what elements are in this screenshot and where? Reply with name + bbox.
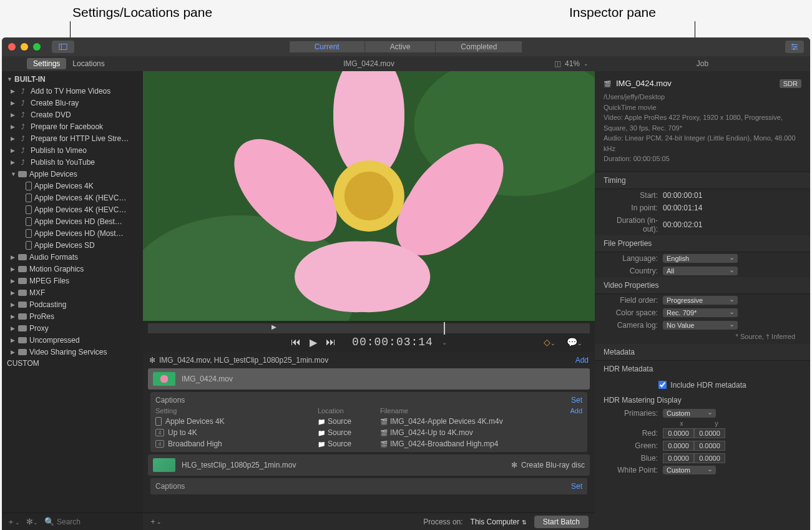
- sidebar-item[interactable]: MPEG Files: [2, 275, 143, 287]
- captions-set-button[interactable]: Set: [571, 482, 582, 491]
- inspector-title: IMG_0424.mov: [616, 79, 672, 88]
- zoom-window-button[interactable]: [33, 43, 41, 51]
- job-row-2[interactable]: HLG_testClip_1080p25_1min.mov ✻Create Bl…: [148, 454, 590, 476]
- sidebar-item[interactable]: Proxy: [2, 322, 143, 334]
- label: Green:: [604, 441, 663, 450]
- in-point-marker[interactable]: ▶: [271, 323, 276, 333]
- add-button[interactable]: ＋⌄: [7, 516, 20, 528]
- blue-x-input[interactable]: [663, 453, 694, 463]
- red-x-input[interactable]: [663, 428, 694, 438]
- color-space-select[interactable]: Rec. 709*: [663, 308, 738, 317]
- primaries-select[interactable]: Custom: [663, 409, 716, 418]
- settings-tab[interactable]: Settings: [27, 58, 66, 69]
- sidebar-item[interactable]: Create DVD: [2, 109, 143, 120]
- locations-tab[interactable]: Locations: [66, 58, 110, 69]
- camera-log-select[interactable]: No Value: [663, 321, 738, 330]
- close-window-button[interactable]: [8, 43, 16, 51]
- action-button[interactable]: ✻⌄: [26, 517, 38, 526]
- sidebar-item[interactable]: Create Blu-ray: [2, 97, 143, 109]
- search-box[interactable]: 🔍: [44, 517, 138, 526]
- compare-icon[interactable]: ◫: [554, 59, 561, 68]
- custom-group[interactable]: CUSTOM: [2, 358, 143, 369]
- sidebar-item[interactable]: Apple Devices 4K: [2, 180, 143, 192]
- batch-title: IMG_0424.mov, HLG_testClip_1080p25_1min.…: [159, 356, 328, 365]
- sidebar-item[interactable]: Prepare for Facebook: [2, 120, 143, 132]
- job-filename: IMG_0424.mov: [182, 375, 233, 383]
- green-x-input[interactable]: [663, 441, 694, 451]
- sidebar-item[interactable]: Motion Graphics: [2, 263, 143, 275]
- sidebar-item[interactable]: Apple Devices HD (Best…: [2, 215, 143, 227]
- batch-area: ✻ IMG_0424.mov, HLG_testClip_1080p25_1mi…: [143, 352, 595, 530]
- minimize-window-button[interactable]: [21, 43, 28, 51]
- label: Red:: [604, 429, 663, 438]
- timecode-display[interactable]: 00:00:03:14: [352, 336, 433, 348]
- sidebar-item[interactable]: MXF: [2, 287, 143, 298]
- output-row[interactable]: 4Broadband HighSourceIMG_0424-Broadband …: [155, 438, 582, 449]
- tab-active[interactable]: Active: [365, 41, 436, 52]
- sidebar-footer: ＋⌄ ✻⌄ 🔍: [2, 513, 143, 530]
- tab-current[interactable]: Current: [290, 41, 365, 52]
- output-row[interactable]: 4Up to 4KSourceIMG_0424-Up to 4K.mov: [155, 427, 582, 438]
- preset-icon: [18, 290, 27, 296]
- prev-button[interactable]: ⏮: [291, 336, 301, 348]
- sidebar-item[interactable]: Apple Devices 4K (HEVC…: [2, 204, 143, 215]
- sidebar-item[interactable]: Podcasting: [2, 298, 143, 310]
- sidebar-item[interactable]: Apple Devices 4K (HEVC…: [2, 192, 143, 204]
- titlebar: Current Active Completed: [2, 37, 810, 56]
- batch-add-button[interactable]: ＋⌄: [149, 516, 162, 527]
- include-hdr-checkbox[interactable]: [658, 381, 667, 389]
- marker-button[interactable]: ◇⌄: [544, 337, 555, 347]
- settings-add-button[interactable]: Add: [570, 407, 582, 415]
- inspector-audio-info: Audio: Linear PCM, 24-bit Integer (Littl…: [604, 133, 801, 154]
- next-button[interactable]: ⏭: [326, 336, 336, 348]
- batch-add-button[interactable]: Add: [575, 356, 589, 365]
- playhead[interactable]: [444, 322, 445, 335]
- sidebar-toggle-button[interactable]: [52, 41, 74, 53]
- timecode-menu[interactable]: ⌄: [442, 339, 447, 346]
- field-order-select[interactable]: Progressive: [663, 296, 738, 305]
- start-batch-button[interactable]: Start Batch: [534, 516, 589, 528]
- scrubber[interactable]: ▶: [148, 323, 590, 333]
- sidebar-item[interactable]: Publish to Vimeo: [2, 144, 143, 156]
- batch-gear-icon[interactable]: ✻: [149, 356, 155, 365]
- red-y-input[interactable]: [694, 428, 725, 438]
- job-filename: HLG_testClip_1080p25_1min.mov: [182, 461, 296, 469]
- builtin-group[interactable]: BUILT-IN: [2, 74, 143, 85]
- sidebar-item-apple-devices[interactable]: Apple Devices: [2, 168, 143, 180]
- preview-viewer[interactable]: [143, 71, 595, 321]
- include-hdr-label: Include HDR metadata: [670, 381, 746, 390]
- device-icon: [26, 217, 32, 226]
- chevron-down-icon[interactable]: ⌄: [584, 61, 589, 67]
- zoom-level[interactable]: 41%: [565, 59, 580, 68]
- captions-set-button[interactable]: Set: [571, 396, 582, 405]
- sidebar-item[interactable]: Audio Formats: [2, 251, 143, 263]
- view-segmented-control: Current Active Completed: [290, 41, 523, 52]
- blue-y-input[interactable]: [694, 453, 725, 463]
- sidebar-item[interactable]: Publish to YouTube: [2, 156, 143, 168]
- search-input[interactable]: [57, 518, 138, 526]
- country-select[interactable]: All: [663, 267, 738, 275]
- play-button[interactable]: ▶: [310, 336, 317, 348]
- white-point-select[interactable]: Custom: [663, 466, 716, 474]
- green-y-input[interactable]: [694, 441, 725, 451]
- language-select[interactable]: English: [663, 254, 738, 263]
- sidebar-item[interactable]: Video Sharing Services: [2, 346, 143, 358]
- tab-completed[interactable]: Completed: [436, 41, 522, 52]
- svg-rect-0: [59, 44, 67, 50]
- sidebar-item[interactable]: Apple Devices HD (Most…: [2, 227, 143, 239]
- sidebar-item[interactable]: Uncompressed: [2, 334, 143, 346]
- job-thumbnail: [153, 372, 175, 386]
- job-row-1[interactable]: IMG_0424.mov: [148, 368, 590, 390]
- chat-button[interactable]: 💬⌄: [567, 337, 582, 347]
- output-row[interactable]: Apple Devices 4KSourceIMG_0424-Apple Dev…: [155, 416, 582, 427]
- sidebar-item[interactable]: Prepare for HTTP Live Stre…: [2, 132, 143, 144]
- label: Primaries:: [604, 409, 663, 418]
- inspector-filetype: QuickTime movie: [604, 102, 801, 113]
- inspector-toggle-button[interactable]: [785, 41, 804, 53]
- sidebar-item[interactable]: Apple Devices SD: [2, 239, 143, 251]
- process-on-select[interactable]: This Computer ⇅: [471, 518, 527, 526]
- sidebar-item[interactable]: ProRes: [2, 310, 143, 322]
- job-thumbnail: [153, 458, 175, 472]
- sidebar-item[interactable]: Add to TV Home Videos: [2, 85, 143, 97]
- device-icon: [26, 194, 32, 202]
